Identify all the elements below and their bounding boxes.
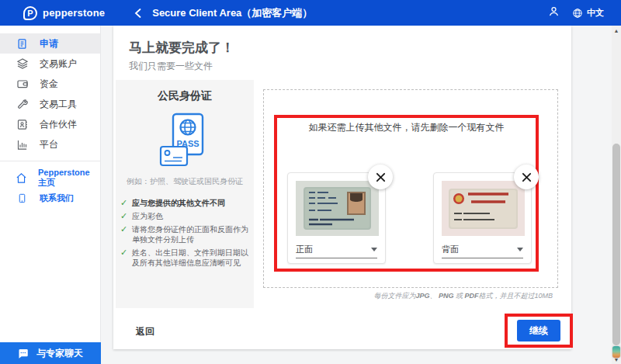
chat-label: 与专家聊天 <box>36 347 83 360</box>
language-label: 中文 <box>587 7 604 19</box>
sidebar-item-partners[interactable]: 合作伙伴 <box>0 114 100 134</box>
sidebar-item-label: 平台 <box>40 138 58 151</box>
id-card-front-photo <box>296 181 379 236</box>
main-subtitle: 我们只需要一些文件 <box>129 60 213 73</box>
sidebar-item-label: 交易账户 <box>40 57 77 71</box>
secure-client-area-page: P pepperstone Secure Client Area（加密客户端） … <box>0 0 621 364</box>
uploaded-file-tile-front: 正面 <box>287 172 386 264</box>
trading-accounts-layers-icon <box>16 57 29 71</box>
account-person-icon[interactable] <box>548 5 560 20</box>
close-icon <box>522 172 532 182</box>
sidebar: 申请 交易账户 资金 <box>0 26 101 364</box>
chevron-down-icon <box>517 248 523 251</box>
language-switcher[interactable]: 中文 <box>572 7 604 19</box>
application-document-icon <box>16 37 29 50</box>
document-info-panel: 公民身份证 PASS 例如：护照、驾驶证或国民身份证 ✓ 应与您提供的其他文件 <box>116 80 254 308</box>
sidebar-item-label: 交易工具 <box>40 98 77 111</box>
delete-front-file-button[interactable] <box>368 165 393 189</box>
sidebar-item-funds[interactable]: 资金 <box>0 74 100 94</box>
check-icon: ✓ <box>120 224 128 244</box>
requirement-item: ✓ 应与您提供的其他文件不同 <box>120 198 249 208</box>
side-select-value: 背面 <box>442 244 459 255</box>
upload-limit-message: 如果还需上传其他文件，请先删除一个现有文件 <box>280 121 533 134</box>
platforms-chart-icon <box>16 138 29 151</box>
side-select-back[interactable]: 背面 <box>442 241 523 258</box>
sidebar-item-trading-tools[interactable]: 交易工具 <box>0 94 100 114</box>
chevron-down-icon <box>371 248 377 251</box>
sidebar-nav: 申请 交易账户 资金 <box>0 26 100 208</box>
document-type-title: 公民身份证 <box>116 89 254 103</box>
sidebar-item-platforms[interactable]: 平台 <box>0 134 100 154</box>
partners-contact-book-icon <box>16 118 29 131</box>
scrollbar-thumb[interactable] <box>612 144 620 345</box>
chat-bubble-icon <box>17 348 29 359</box>
check-icon: ✓ <box>120 211 128 221</box>
pepperstone-logo-icon: P <box>23 6 37 20</box>
page-title: Secure Client Area（加密客户端） <box>152 6 312 20</box>
delete-back-file-button[interactable] <box>514 165 539 189</box>
sidebar-divider <box>0 161 100 161</box>
scroll-up-arrow-icon[interactable]: ▲ <box>612 26 621 35</box>
continue-button[interactable]: 继续 <box>517 320 560 341</box>
document-example-text: 例如：护照、驾驶证或国民身份证 <box>116 176 254 187</box>
requirement-item: ✓ 应为彩色 <box>120 211 249 221</box>
requirement-item: ✓ 请将您身份证件的正面和反面作为单独文件分别上传 <box>120 224 249 244</box>
scroll-down-arrow-icon[interactable]: ▼ <box>612 355 621 364</box>
vertical-scrollbar[interactable]: ▲ ▼ <box>612 26 621 364</box>
top-header: P pepperstone Secure Client Area（加密客户端） … <box>0 0 621 26</box>
back-chevron-icon[interactable] <box>134 9 141 18</box>
sidebar-link-label: Pepperstone 主页 <box>38 168 100 189</box>
trading-tools-wrench-icon <box>16 98 29 111</box>
requirements-list: ✓ 应与您提供的其他文件不同 ✓ 应为彩色 ✓ 请将您身份证件的正面和反面作为单… <box>116 198 254 268</box>
content-card: 马上就要完成了！ 我们只需要一些文件 公民身份证 PASS 例如：护照、驾驶证或… <box>113 26 571 349</box>
header-right: 中文 <box>548 5 604 20</box>
sidebar-item-label: 申请 <box>40 37 58 50</box>
uploaded-file-tile-back: 背面 <box>433 172 532 264</box>
passport-pass-icon: PASS <box>116 113 254 168</box>
brand-name: pepperstone <box>43 7 105 19</box>
check-icon: ✓ <box>120 248 128 268</box>
sidebar-item-application[interactable]: 申请 <box>0 33 100 54</box>
globe-icon <box>572 8 583 19</box>
funds-wallet-icon <box>16 78 29 91</box>
sidebar-link-contact-us[interactable]: 联系我们 <box>0 188 100 208</box>
contact-phone-icon <box>16 192 29 205</box>
id-card-back-photo <box>442 181 525 236</box>
logo-letter: P <box>27 9 33 18</box>
main-title: 马上就要完成了！ <box>129 39 234 57</box>
side-select-front[interactable]: 正面 <box>296 241 377 258</box>
pepperstone-logo[interactable]: P pepperstone <box>23 6 105 20</box>
requirement-item: ✓ 姓名、出生日期、文件到期日期以及所有其他详细信息应清晰可见 <box>120 248 249 268</box>
sidebar-link-label: 联系我们 <box>40 192 74 204</box>
home-icon <box>16 172 27 185</box>
check-icon: ✓ <box>120 198 128 208</box>
chat-with-expert-button[interactable]: 与专家聊天 <box>0 342 101 364</box>
close-icon <box>376 172 386 182</box>
sidebar-item-label: 合作伙伴 <box>40 118 77 131</box>
sidebar-link-homepage[interactable]: Pepperstone 主页 <box>0 168 100 188</box>
sidebar-item-label: 资金 <box>40 78 58 91</box>
side-select-value: 正面 <box>296 244 313 255</box>
back-button[interactable]: 返回 <box>136 325 154 338</box>
file-format-note: 每份文件应为JPG、 PNG 或 PDF格式，并且不超过10MB <box>373 291 553 301</box>
sidebar-item-trading-accounts[interactable]: 交易账户 <box>0 54 100 74</box>
